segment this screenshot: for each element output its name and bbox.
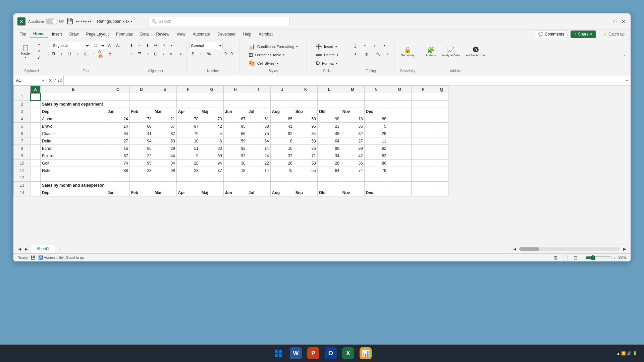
underline-dropdown-icon[interactable]: ▾ [74,50,82,58]
cell[interactable]: Jul [247,189,270,196]
filename-dropdown-icon[interactable]: ▾ [131,19,132,23]
sheet-add-button[interactable]: + [56,245,64,253]
bold-button[interactable]: B [50,50,57,58]
zoom-slider[interactable] [585,255,612,260]
cell[interactable]: 83 [200,145,223,152]
cell[interactable] [411,160,435,167]
cell[interactable]: Foxtrott [41,152,106,160]
menu-automate[interactable]: Automate [190,31,213,38]
cell[interactable] [223,174,247,182]
cell[interactable]: 82 [364,145,388,152]
underline-button[interactable]: U [66,50,73,58]
cell[interactable]: Nov [341,189,364,196]
cell[interactable]: 67 [223,115,247,123]
save-icon[interactable]: 💾 [66,18,73,24]
ribbon-collapse-button[interactable]: ⌃ [621,53,628,61]
cell[interactable]: 98 [317,115,341,123]
cell[interactable] [364,101,388,108]
cell[interactable] [129,93,153,101]
cell[interactable]: 64 [317,137,341,145]
cell[interactable]: Hotel [41,167,106,174]
maximize-button[interactable]: □ [612,18,618,24]
cell[interactable]: Aug [270,108,294,115]
cell[interactable] [388,174,411,182]
col-header-E[interactable]: E [153,86,176,93]
cell[interactable]: 82 [364,152,388,160]
cell[interactable]: 79 [176,130,200,137]
cell[interactable]: 67 [106,152,129,160]
cell[interactable]: 75 [270,167,294,174]
cell[interactable]: Nov [341,108,364,115]
cell[interactable] [31,160,41,167]
cell[interactable]: Jul [247,108,270,115]
cell[interactable] [31,145,41,152]
cell[interactable] [31,137,41,145]
cell[interactable]: Jan [106,108,129,115]
cell[interactable]: 41 [129,130,153,137]
cell[interactable]: 34 [317,152,341,160]
cell[interactable]: 71 [294,152,317,160]
cell[interactable]: 75 [247,130,270,137]
cell[interactable]: 59 [200,152,223,160]
cell[interactable]: 18 [341,115,364,123]
percent-button[interactable]: % [205,50,213,58]
cell[interactable] [106,101,129,108]
cell[interactable] [200,101,223,108]
cell[interactable]: Jun [223,189,247,196]
cell[interactable] [411,115,435,123]
border-button[interactable]: ⊞ [82,50,90,58]
format-cells-button[interactable]: ⚙ Format ▾ [313,59,340,67]
conditional-formatting-button[interactable]: 📊 Conditional Formatting ▾ [246,43,301,50]
cell[interactable]: 64 [106,130,129,137]
cell[interactable] [435,108,448,115]
cell[interactable] [153,174,176,182]
cell[interactable] [435,101,448,108]
horizontal-scrollbar[interactable] [519,247,620,251]
cell[interactable]: Mar [153,108,176,115]
cell[interactable]: 27 [106,137,129,145]
cell[interactable] [341,101,364,108]
indent-increase-button[interactable]: ⇥ [176,50,183,58]
page-break-view-button[interactable]: ⊟ [572,254,579,261]
cell[interactable]: Apr [176,108,200,115]
cell[interactable]: Mar [153,189,176,196]
cell[interactable]: Dec [364,189,388,196]
menu-file[interactable]: File [16,31,29,38]
cell[interactable] [364,182,388,189]
cell[interactable] [411,93,435,101]
cell[interactable] [176,174,200,182]
redo-icon[interactable]: ↪ [83,19,87,24]
cell[interactable] [294,93,317,101]
cell[interactable]: 26 [294,145,317,152]
grid-container[interactable]: A B C D E F G H I J K L M N O [13,85,631,244]
cell[interactable]: Jan [106,189,129,196]
fill-color-button[interactable]: A🎨 [98,50,106,58]
cell[interactable] [411,189,435,196]
menu-draw[interactable]: Draw [66,31,82,38]
decrease-decimal-button[interactable]: .0← [229,50,237,58]
cell[interactable]: 74 [341,167,364,174]
col-header-G[interactable]: G [200,86,223,93]
cell[interactable] [411,108,435,115]
merge-dropdown[interactable]: ▾ [160,50,167,58]
cell[interactable]: 22 [129,152,153,160]
border-dropdown-icon[interactable]: ▾ [90,50,98,58]
cell[interactable] [411,167,435,174]
cell[interactable] [435,130,448,137]
sheet-options-button[interactable]: ⋯ [505,246,510,252]
cell[interactable] [411,137,435,145]
cell[interactable]: Golf [41,160,106,167]
cell[interactable]: 9 [176,152,200,160]
font-name-select[interactable]: Segoe UI [50,42,90,49]
analyze-data-button[interactable]: 📈 Analyze Data [440,42,462,62]
align-bottom-button[interactable]: ⬇ [144,42,151,49]
cell[interactable]: 94 [129,137,153,145]
cell[interactable]: 92 [223,152,247,160]
cell[interactable] [388,93,411,101]
menu-page-layout[interactable]: Page Layout [83,31,112,38]
cell[interactable] [247,93,270,101]
taskbar-word-icon[interactable]: W [290,347,302,359]
col-header-D[interactable]: D [129,86,153,93]
accounting-button[interactable]: $ [189,50,197,58]
cell[interactable]: 85 [129,145,153,152]
